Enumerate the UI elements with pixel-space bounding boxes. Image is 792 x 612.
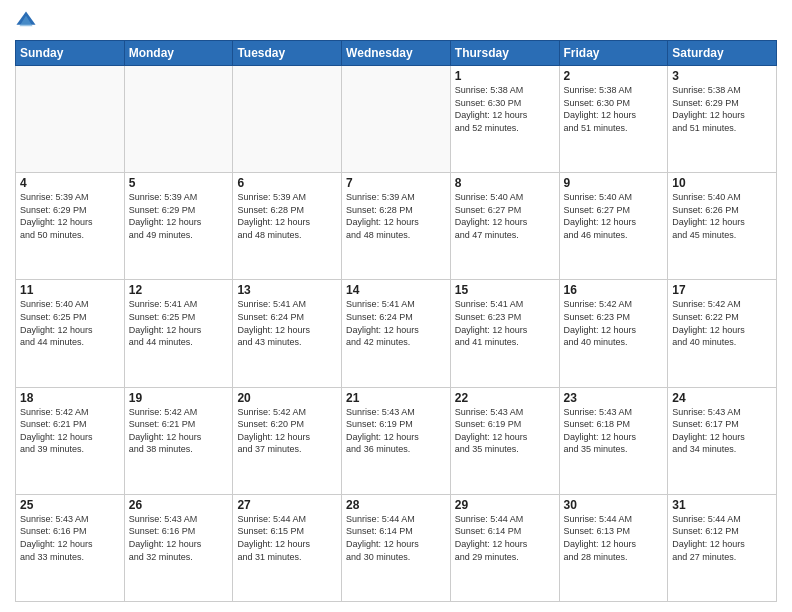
day-info: Sunrise: 5:43 AM Sunset: 6:18 PM Dayligh… (564, 406, 664, 456)
calendar-cell: 22Sunrise: 5:43 AM Sunset: 6:19 PM Dayli… (450, 387, 559, 494)
day-info: Sunrise: 5:44 AM Sunset: 6:15 PM Dayligh… (237, 513, 337, 563)
calendar-week-row: 18Sunrise: 5:42 AM Sunset: 6:21 PM Dayli… (16, 387, 777, 494)
day-info: Sunrise: 5:39 AM Sunset: 6:28 PM Dayligh… (346, 191, 446, 241)
logo (15, 10, 41, 32)
day-number: 24 (672, 391, 772, 405)
day-number: 30 (564, 498, 664, 512)
day-info: Sunrise: 5:39 AM Sunset: 6:29 PM Dayligh… (20, 191, 120, 241)
calendar-cell: 3Sunrise: 5:38 AM Sunset: 6:29 PM Daylig… (668, 66, 777, 173)
calendar-week-row: 11Sunrise: 5:40 AM Sunset: 6:25 PM Dayli… (16, 280, 777, 387)
day-number: 15 (455, 283, 555, 297)
calendar-cell: 12Sunrise: 5:41 AM Sunset: 6:25 PM Dayli… (124, 280, 233, 387)
calendar-cell: 24Sunrise: 5:43 AM Sunset: 6:17 PM Dayli… (668, 387, 777, 494)
day-info: Sunrise: 5:44 AM Sunset: 6:14 PM Dayligh… (455, 513, 555, 563)
day-number: 10 (672, 176, 772, 190)
day-info: Sunrise: 5:44 AM Sunset: 6:14 PM Dayligh… (346, 513, 446, 563)
day-info: Sunrise: 5:42 AM Sunset: 6:23 PM Dayligh… (564, 298, 664, 348)
logo-icon (15, 10, 37, 32)
day-of-week-header: Wednesday (342, 41, 451, 66)
day-number: 16 (564, 283, 664, 297)
day-of-week-header: Sunday (16, 41, 125, 66)
calendar-cell: 14Sunrise: 5:41 AM Sunset: 6:24 PM Dayli… (342, 280, 451, 387)
calendar-cell: 1Sunrise: 5:38 AM Sunset: 6:30 PM Daylig… (450, 66, 559, 173)
day-number: 25 (20, 498, 120, 512)
calendar-cell: 10Sunrise: 5:40 AM Sunset: 6:26 PM Dayli… (668, 173, 777, 280)
calendar-cell: 18Sunrise: 5:42 AM Sunset: 6:21 PM Dayli… (16, 387, 125, 494)
day-number: 12 (129, 283, 229, 297)
calendar-week-row: 4Sunrise: 5:39 AM Sunset: 6:29 PM Daylig… (16, 173, 777, 280)
calendar-table: SundayMondayTuesdayWednesdayThursdayFrid… (15, 40, 777, 602)
day-of-week-header: Monday (124, 41, 233, 66)
calendar-cell: 28Sunrise: 5:44 AM Sunset: 6:14 PM Dayli… (342, 494, 451, 601)
calendar-week-row: 25Sunrise: 5:43 AM Sunset: 6:16 PM Dayli… (16, 494, 777, 601)
calendar-cell: 7Sunrise: 5:39 AM Sunset: 6:28 PM Daylig… (342, 173, 451, 280)
calendar-cell: 27Sunrise: 5:44 AM Sunset: 6:15 PM Dayli… (233, 494, 342, 601)
day-number: 28 (346, 498, 446, 512)
calendar-cell (233, 66, 342, 173)
day-info: Sunrise: 5:42 AM Sunset: 6:22 PM Dayligh… (672, 298, 772, 348)
day-number: 21 (346, 391, 446, 405)
day-info: Sunrise: 5:41 AM Sunset: 6:23 PM Dayligh… (455, 298, 555, 348)
day-number: 27 (237, 498, 337, 512)
calendar-cell: 15Sunrise: 5:41 AM Sunset: 6:23 PM Dayli… (450, 280, 559, 387)
page: SundayMondayTuesdayWednesdayThursdayFrid… (0, 0, 792, 612)
calendar-cell: 20Sunrise: 5:42 AM Sunset: 6:20 PM Dayli… (233, 387, 342, 494)
day-info: Sunrise: 5:40 AM Sunset: 6:26 PM Dayligh… (672, 191, 772, 241)
calendar-week-row: 1Sunrise: 5:38 AM Sunset: 6:30 PM Daylig… (16, 66, 777, 173)
calendar-cell: 5Sunrise: 5:39 AM Sunset: 6:29 PM Daylig… (124, 173, 233, 280)
day-info: Sunrise: 5:42 AM Sunset: 6:21 PM Dayligh… (129, 406, 229, 456)
day-info: Sunrise: 5:39 AM Sunset: 6:28 PM Dayligh… (237, 191, 337, 241)
calendar-cell: 11Sunrise: 5:40 AM Sunset: 6:25 PM Dayli… (16, 280, 125, 387)
day-info: Sunrise: 5:42 AM Sunset: 6:20 PM Dayligh… (237, 406, 337, 456)
day-info: Sunrise: 5:38 AM Sunset: 6:29 PM Dayligh… (672, 84, 772, 134)
header (15, 10, 777, 32)
calendar-cell: 29Sunrise: 5:44 AM Sunset: 6:14 PM Dayli… (450, 494, 559, 601)
calendar-cell: 23Sunrise: 5:43 AM Sunset: 6:18 PM Dayli… (559, 387, 668, 494)
day-number: 2 (564, 69, 664, 83)
day-number: 9 (564, 176, 664, 190)
calendar-cell: 19Sunrise: 5:42 AM Sunset: 6:21 PM Dayli… (124, 387, 233, 494)
day-info: Sunrise: 5:40 AM Sunset: 6:25 PM Dayligh… (20, 298, 120, 348)
day-of-week-header: Saturday (668, 41, 777, 66)
day-number: 5 (129, 176, 229, 190)
calendar-cell: 9Sunrise: 5:40 AM Sunset: 6:27 PM Daylig… (559, 173, 668, 280)
day-number: 26 (129, 498, 229, 512)
day-info: Sunrise: 5:42 AM Sunset: 6:21 PM Dayligh… (20, 406, 120, 456)
day-info: Sunrise: 5:44 AM Sunset: 6:12 PM Dayligh… (672, 513, 772, 563)
day-number: 3 (672, 69, 772, 83)
calendar-header-row: SundayMondayTuesdayWednesdayThursdayFrid… (16, 41, 777, 66)
day-info: Sunrise: 5:41 AM Sunset: 6:24 PM Dayligh… (237, 298, 337, 348)
calendar-cell: 16Sunrise: 5:42 AM Sunset: 6:23 PM Dayli… (559, 280, 668, 387)
calendar-cell: 13Sunrise: 5:41 AM Sunset: 6:24 PM Dayli… (233, 280, 342, 387)
day-info: Sunrise: 5:43 AM Sunset: 6:19 PM Dayligh… (346, 406, 446, 456)
day-number: 22 (455, 391, 555, 405)
day-info: Sunrise: 5:39 AM Sunset: 6:29 PM Dayligh… (129, 191, 229, 241)
day-number: 11 (20, 283, 120, 297)
day-info: Sunrise: 5:43 AM Sunset: 6:17 PM Dayligh… (672, 406, 772, 456)
day-number: 18 (20, 391, 120, 405)
day-of-week-header: Tuesday (233, 41, 342, 66)
calendar-cell: 31Sunrise: 5:44 AM Sunset: 6:12 PM Dayli… (668, 494, 777, 601)
day-number: 20 (237, 391, 337, 405)
calendar-cell: 30Sunrise: 5:44 AM Sunset: 6:13 PM Dayli… (559, 494, 668, 601)
day-info: Sunrise: 5:41 AM Sunset: 6:24 PM Dayligh… (346, 298, 446, 348)
day-number: 19 (129, 391, 229, 405)
day-number: 7 (346, 176, 446, 190)
calendar-cell: 25Sunrise: 5:43 AM Sunset: 6:16 PM Dayli… (16, 494, 125, 601)
calendar-cell (124, 66, 233, 173)
day-number: 23 (564, 391, 664, 405)
calendar-cell (342, 66, 451, 173)
day-info: Sunrise: 5:40 AM Sunset: 6:27 PM Dayligh… (455, 191, 555, 241)
day-number: 4 (20, 176, 120, 190)
day-number: 1 (455, 69, 555, 83)
calendar-cell: 4Sunrise: 5:39 AM Sunset: 6:29 PM Daylig… (16, 173, 125, 280)
calendar-cell: 8Sunrise: 5:40 AM Sunset: 6:27 PM Daylig… (450, 173, 559, 280)
day-number: 6 (237, 176, 337, 190)
day-info: Sunrise: 5:38 AM Sunset: 6:30 PM Dayligh… (564, 84, 664, 134)
day-info: Sunrise: 5:43 AM Sunset: 6:16 PM Dayligh… (20, 513, 120, 563)
day-info: Sunrise: 5:40 AM Sunset: 6:27 PM Dayligh… (564, 191, 664, 241)
day-info: Sunrise: 5:38 AM Sunset: 6:30 PM Dayligh… (455, 84, 555, 134)
day-of-week-header: Friday (559, 41, 668, 66)
day-of-week-header: Thursday (450, 41, 559, 66)
day-info: Sunrise: 5:43 AM Sunset: 6:19 PM Dayligh… (455, 406, 555, 456)
